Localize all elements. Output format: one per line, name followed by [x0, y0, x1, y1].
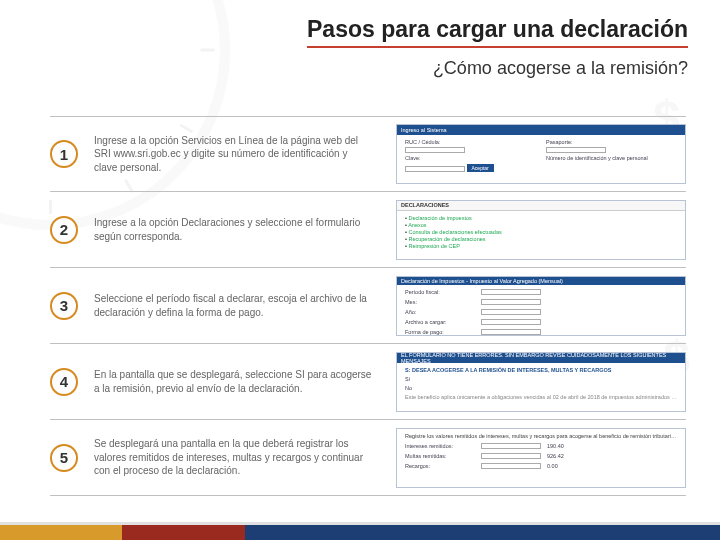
field-label: Recargos: — [405, 463, 475, 469]
accept-button-icon: Aceptar — [467, 164, 494, 172]
footer-stripe — [0, 522, 720, 540]
list-item: Consulta de declaraciones efectuadas — [405, 229, 677, 235]
field-label: Clave: — [405, 155, 536, 161]
step-text: Ingrese a la opción Servicios en Línea d… — [94, 134, 380, 175]
step-text: Ingrese a la opción Declaraciones y sele… — [94, 216, 380, 243]
hint-text: Número de identificación y clave persona… — [546, 155, 677, 161]
field-value: 0.00 — [547, 463, 617, 469]
radio-option: No — [405, 385, 677, 391]
step-text: Seleccione el período fiscal a declarar,… — [94, 292, 380, 319]
step-thumbnail: Ingreso al Sistema RUC / Cédula: Clave: … — [396, 124, 686, 184]
field-label: Archivo a cargar: — [405, 319, 475, 325]
input-icon — [481, 309, 541, 315]
field-label: RUC / Cédula: — [405, 139, 536, 145]
step-number: 4 — [50, 368, 78, 396]
step-thumbnail: Registre los valores remitidos de intere… — [396, 428, 686, 488]
question-text: S: DESEA ACOGERSE A LA REMISIÓN DE INTER… — [405, 367, 677, 373]
input-icon — [405, 166, 465, 172]
input-icon — [405, 147, 465, 153]
input-icon — [481, 329, 541, 335]
field-label: Intereses remitidos: — [405, 443, 475, 449]
section-title: DECLARACIONES — [401, 202, 449, 208]
input-icon — [546, 147, 606, 153]
input-icon — [481, 443, 541, 449]
step-thumbnail: DECLARACIONES Declaración de impuestos A… — [396, 200, 686, 260]
field-label: Pasaporte: — [546, 139, 677, 145]
thumb-title-bar: Declaración de Impuestos - Impuesto al V… — [397, 277, 685, 285]
step-4: 4 En la pantalla que se desplegará, sele… — [50, 344, 686, 420]
radio-option: Sí — [405, 376, 677, 382]
step-number: 3 — [50, 292, 78, 320]
input-icon — [481, 319, 541, 325]
list-item: Declaración de impuestos — [405, 215, 677, 221]
step-number: 2 — [50, 216, 78, 244]
list-item: Reimpresión de CEP — [405, 243, 677, 249]
steps-container: 1 Ingrese a la opción Servicios en Línea… — [50, 116, 686, 506]
input-icon — [481, 463, 541, 469]
input-icon — [481, 289, 541, 295]
field-label: Período fiscal: — [405, 289, 475, 295]
field-value: 926.42 — [547, 453, 617, 459]
step-text: En la pantalla que se desplegará, selecc… — [94, 368, 380, 395]
thumb-title-bar: EL FORMULARIO NO TIENE ERRORES. SIN EMBA… — [397, 353, 685, 363]
note-text: Este beneficio aplica únicamente a oblig… — [405, 394, 677, 400]
page-title: Pasos para cargar una declaración — [307, 16, 688, 48]
field-label: Multas remitidas: — [405, 453, 475, 459]
field-label: Año: — [405, 309, 475, 315]
step-1: 1 Ingrese a la opción Servicios en Línea… — [50, 116, 686, 192]
field-label: Forma de pago: — [405, 329, 475, 335]
step-number: 5 — [50, 444, 78, 472]
field-label: Mes: — [405, 299, 475, 305]
step-2: 2 Ingrese a la opción Declaraciones y se… — [50, 192, 686, 268]
page-subtitle: ¿Cómo acogerse a la remisión? — [307, 58, 688, 79]
lead-text: Registre los valores remitidos de intere… — [405, 433, 677, 439]
field-value: 190.40 — [547, 443, 617, 449]
step-5: 5 Se desplegará una pantalla en la que d… — [50, 420, 686, 496]
thumb-title-bar: DECLARACIONES — [397, 201, 685, 211]
list-item: Anexos — [405, 222, 677, 228]
input-icon — [481, 299, 541, 305]
input-icon — [481, 453, 541, 459]
step-text: Se desplegará una pantalla en la que deb… — [94, 437, 380, 478]
step-thumbnail: Declaración de Impuestos - Impuesto al V… — [396, 276, 686, 336]
list-item: Recuperación de declaraciones — [405, 236, 677, 242]
step-3: 3 Seleccione el período fiscal a declara… — [50, 268, 686, 344]
step-number: 1 — [50, 140, 78, 168]
thumb-title-bar: Ingreso al Sistema — [397, 125, 685, 135]
step-thumbnail: EL FORMULARIO NO TIENE ERRORES. SIN EMBA… — [396, 352, 686, 412]
